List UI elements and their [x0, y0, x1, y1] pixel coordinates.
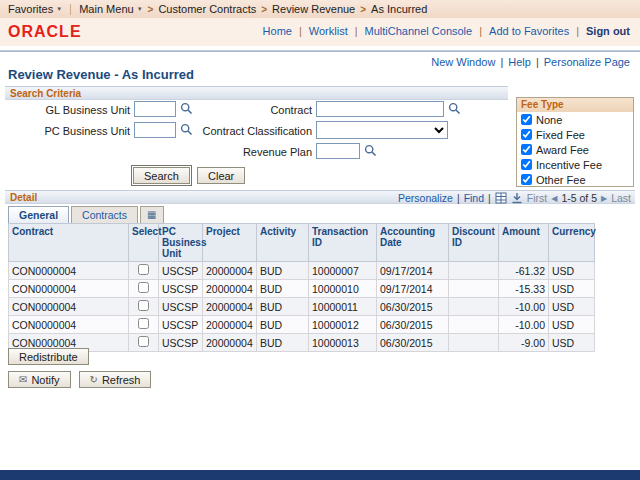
oracle-logo: ORACLE: [8, 23, 82, 41]
personalize-link[interactable]: Personalize: [398, 192, 453, 205]
cell-contract: CON0000004: [9, 298, 129, 316]
cell-accounting-date: 09/17/2014: [377, 262, 449, 280]
contract-label: Contract: [180, 104, 312, 116]
new-window-link[interactable]: New Window: [431, 56, 495, 68]
table-row: CON0000004 USCSP 20000004 BUD 10000011 0…: [9, 298, 595, 316]
add-to-favorites-link[interactable]: Add to Favorites: [489, 25, 569, 37]
link-separator: |: [536, 56, 539, 68]
cell-project: 20000004: [203, 280, 257, 298]
contract-classification-select[interactable]: [316, 121, 448, 139]
row-select-checkbox[interactable]: [138, 336, 149, 347]
contract-lookup-icon[interactable]: [448, 102, 461, 117]
multichannel-console-link[interactable]: MultiChannel Console: [365, 25, 473, 37]
breadcrumb: Favorites ▼ Main Menu ▼ > Customer Contr…: [0, 0, 640, 18]
first-link[interactable]: First: [527, 192, 547, 205]
window-bottom-bar: [0, 470, 640, 480]
cell-discount-id: [449, 316, 499, 334]
sign-out-link[interactable]: Sign out: [586, 25, 630, 37]
search-button[interactable]: Search: [133, 167, 190, 184]
link-separator: |: [299, 25, 302, 37]
breadcrumb-item-as-incurred[interactable]: As Incurred: [371, 3, 427, 15]
table-row: CON0000004 USCSP 20000004 BUD 10000010 0…: [9, 280, 595, 298]
notify-button[interactable]: ✉ Notify: [8, 371, 71, 388]
pc-business-unit-label: PC Business Unit: [8, 125, 130, 137]
row-select-checkbox[interactable]: [138, 264, 149, 275]
cell-contract: CON0000004: [9, 280, 129, 298]
personalize-page-link[interactable]: Personalize Page: [544, 56, 630, 68]
fee-incentive-checkbox[interactable]: [521, 159, 532, 170]
download-icon[interactable]: [511, 192, 523, 204]
cell-amount: -9.00: [499, 334, 549, 352]
envelope-icon: ✉: [19, 374, 27, 385]
cell-pc-bu: USCSP: [159, 280, 203, 298]
link-separator: |: [488, 192, 491, 205]
cell-currency: USD: [549, 280, 595, 298]
row-select-checkbox[interactable]: [138, 318, 149, 329]
revenue-plan-lookup-icon[interactable]: [364, 144, 377, 159]
fee-type-groupbox: Fee Type None Fixed Fee Award Fee Incent…: [516, 97, 634, 187]
gl-business-unit-input[interactable]: [134, 101, 176, 117]
contract-input[interactable]: [316, 101, 444, 117]
col-header-project: Project: [203, 224, 257, 262]
page-title: Review Revenue - As Incurred: [8, 67, 194, 82]
fee-option-fixed: Fixed Fee: [517, 127, 633, 142]
favorites-menu[interactable]: Favorites ▼: [8, 3, 62, 15]
cell-accounting-date: 06/30/2015: [377, 334, 449, 352]
fee-none-label: None: [536, 114, 562, 126]
cell-contract: CON0000004: [9, 262, 129, 280]
contract-classification-label: Contract Classification: [160, 125, 312, 137]
last-link[interactable]: Last: [611, 192, 631, 205]
show-all-columns-tab[interactable]: ▦: [140, 206, 163, 223]
breadcrumb-item-customer-contracts[interactable]: Customer Contracts: [158, 3, 256, 15]
search-criteria-header: Search Criteria: [5, 86, 508, 100]
fee-type-title: Fee Type: [517, 98, 633, 112]
grid-header-row: Contract Select PC Business Unit Project…: [9, 224, 595, 262]
fee-none-checkbox[interactable]: [521, 114, 532, 125]
refresh-button[interactable]: ↻ Refresh: [79, 371, 152, 388]
cell-amount: -15.33: [499, 280, 549, 298]
row-select-checkbox[interactable]: [138, 282, 149, 293]
breadcrumb-divider: [70, 4, 71, 15]
cell-project: 20000004: [203, 334, 257, 352]
link-separator: |: [355, 25, 358, 37]
next-page-icon[interactable]: ▶: [601, 192, 607, 205]
cell-accounting-date: 06/30/2015: [377, 298, 449, 316]
header-divider: [0, 50, 640, 52]
cell-activity: BUD: [257, 280, 309, 298]
help-link[interactable]: Help: [508, 56, 531, 68]
peoplesoft-window: Favorites ▼ Main Menu ▼ > Customer Contr…: [0, 0, 640, 480]
cell-pc-bu: USCSP: [159, 298, 203, 316]
fee-option-other: Other Fee: [517, 172, 633, 187]
main-menu-label: Main Menu: [79, 3, 133, 15]
fee-option-incentive: Incentive Fee: [517, 157, 633, 172]
col-header-contract: Contract: [9, 224, 129, 262]
refresh-icon: ↻: [90, 374, 98, 385]
notify-label: Notify: [31, 374, 59, 386]
cell-currency: USD: [549, 298, 595, 316]
redistribute-button[interactable]: Redistribute: [8, 348, 89, 365]
clear-button[interactable]: Clear: [197, 167, 245, 184]
cell-pc-bu: USCSP: [159, 334, 203, 352]
row-select-checkbox[interactable]: [138, 300, 149, 311]
fee-fixed-checkbox[interactable]: [521, 129, 532, 140]
revenue-plan-input[interactable]: [316, 143, 360, 159]
fee-award-checkbox[interactable]: [521, 144, 532, 155]
tab-contracts[interactable]: Contracts: [71, 206, 138, 223]
breadcrumb-item-review-revenue[interactable]: Review Revenue: [272, 3, 355, 15]
worklist-link[interactable]: Worklist: [309, 25, 348, 37]
grid-toolbar: Personalize | Find | First ◀ 1-5 of 5 ▶ …: [398, 191, 631, 205]
cell-activity: BUD: [257, 262, 309, 280]
main-menu[interactable]: Main Menu ▼: [79, 3, 142, 15]
tab-general[interactable]: General: [8, 206, 69, 223]
fee-other-checkbox[interactable]: [521, 174, 532, 185]
previous-page-icon[interactable]: ◀: [551, 192, 557, 205]
find-link[interactable]: Find: [464, 192, 484, 205]
col-header-select: Select: [129, 224, 159, 262]
cell-amount: -10.00: [499, 298, 549, 316]
cell-currency: USD: [549, 316, 595, 334]
cell-discount-id: [449, 262, 499, 280]
home-link[interactable]: Home: [263, 25, 292, 37]
col-header-currency: Currency: [549, 224, 595, 262]
view-all-grid-icon[interactable]: [495, 192, 507, 204]
col-header-accounting-date: Accounting Date: [377, 224, 449, 262]
